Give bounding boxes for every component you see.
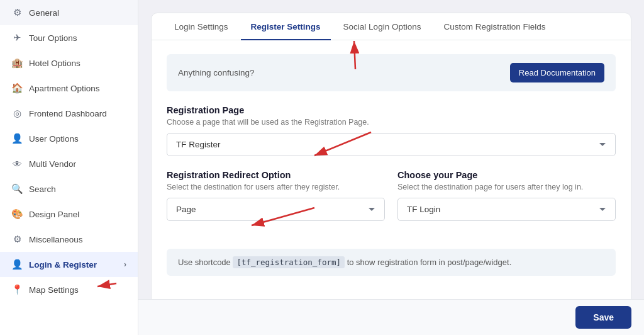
choose-page-title: Choose your Page — [397, 170, 616, 180]
shortcode-text-before: Use shortcode — [178, 258, 231, 267]
design-panel-icon: 🎨 — [11, 208, 23, 220]
tab-custom-fields[interactable]: Custom Registration Fields — [433, 13, 555, 40]
sidebar-label-user-options: User Options — [29, 134, 79, 144]
sidebar-label-miscellaneous: Miscellaneous — [29, 235, 83, 244]
sidebar-item-tour-options[interactable]: ✈ Tour Options — [0, 25, 138, 50]
registration-page-section: Registration Page Choose a page that wil… — [167, 105, 616, 156]
shortcode-banner: Use shortcode [tf_registration_form] to … — [167, 249, 616, 276]
content-body: Anything confusing? Read Documentation R… — [152, 40, 631, 290]
shortcode-code: [tf_registration_form] — [233, 256, 345, 268]
frontend-dashboard-icon: ◎ — [11, 108, 23, 119]
chevron-icon: › — [124, 260, 126, 269]
tab-social-login[interactable]: Social Login Options — [333, 13, 431, 40]
sidebar-label-hotel-options: Hotel Options — [29, 59, 80, 68]
user-options-icon: 👤 — [11, 133, 23, 144]
choose-page-select[interactable]: TF LoginLoginHomeDashboard — [397, 198, 616, 221]
sidebar-label-apartment-options: Apartment Options — [29, 84, 100, 93]
search-icon: 🔍 — [11, 183, 23, 195]
sidebar: ⚙ General ✈ Tour Options 🏨 Hotel Options… — [0, 0, 138, 335]
registration-page-desc: Choose a page that will be used as the R… — [167, 118, 616, 127]
sidebar-item-hotel-options[interactable]: 🏨 Hotel Options — [0, 50, 138, 76]
sidebar-item-login-register[interactable]: 👤 Login & Register › — [0, 252, 138, 277]
miscellaneous-icon: ⚙ — [11, 234, 23, 245]
multi-vendor-icon: 👁 — [11, 158, 23, 169]
sidebar-label-map-settings: Map Settings — [29, 285, 79, 295]
sidebar-label-multi-vendor: Multi Vendor — [29, 159, 76, 169]
sidebar-item-apartment-options[interactable]: 🏠 Apartment Options — [0, 76, 138, 101]
apartment-options-icon: 🏠 — [11, 82, 23, 94]
main-content: Login SettingsRegister SettingsSocial Lo… — [138, 0, 644, 335]
read-documentation-button[interactable]: Read Documentation — [510, 63, 604, 82]
login-register-icon: 👤 — [11, 259, 23, 270]
sidebar-item-frontend-dashboard[interactable]: ◎ Frontend Dashboard — [0, 101, 138, 126]
sidebar-item-miscellaneous[interactable]: ⚙ Miscellaneous — [0, 227, 138, 252]
map-settings-icon: 📍 — [11, 284, 23, 295]
sidebar-item-map-settings[interactable]: 📍 Map Settings — [0, 277, 138, 302]
tab-register-settings[interactable]: Register Settings — [241, 13, 331, 40]
sidebar-item-design-panel[interactable]: 🎨 Design Panel — [0, 202, 138, 227]
sidebar-label-design-panel: Design Panel — [29, 210, 79, 219]
hotel-options-icon: 🏨 — [11, 57, 23, 69]
registration-redirect-section: Registration Redirect Option Select the … — [167, 170, 385, 221]
sidebar-label-login-register: Login & Register — [29, 260, 97, 270]
choose-page-desc: Select the destination page for users af… — [397, 183, 616, 191]
registration-page-title: Registration Page — [167, 105, 616, 115]
general-icon: ⚙ — [11, 7, 23, 18]
redirect-row: Registration Redirect Option Select the … — [167, 170, 616, 235]
redirect-title: Registration Redirect Option — [167, 170, 385, 180]
tour-options-icon: ✈ — [11, 32, 23, 43]
settings-card: Login SettingsRegister SettingsSocial Lo… — [151, 13, 631, 322]
redirect-desc: Select the destination for users after t… — [167, 183, 385, 191]
save-button[interactable]: Save — [575, 306, 631, 329]
info-banner: Anything confusing? Read Documentation — [167, 54, 616, 91]
bottom-bar: Save — [138, 299, 644, 335]
redirect-select[interactable]: PageHomeDashboardCustom URL — [167, 198, 385, 221]
sidebar-label-search: Search — [29, 185, 56, 194]
sidebar-label-general: General — [29, 8, 59, 18]
tab-login-settings[interactable]: Login Settings — [164, 13, 238, 40]
sidebar-item-user-options[interactable]: 👤 User Options — [0, 126, 138, 151]
registration-page-select[interactable]: TF RegisterRegisterCustom Page — [167, 133, 616, 156]
sidebar-item-general[interactable]: ⚙ General — [0, 0, 138, 25]
sidebar-item-multi-vendor[interactable]: 👁 Multi Vendor — [0, 151, 138, 176]
shortcode-text-after: to show registration form in post/page/w… — [347, 258, 512, 267]
sidebar-item-search[interactable]: 🔍 Search — [0, 176, 138, 202]
sidebar-label-tour-options: Tour Options — [29, 33, 77, 43]
sidebar-label-frontend-dashboard: Frontend Dashboard — [29, 109, 107, 118]
choose-page-section: Choose your Page Select the destination … — [397, 170, 616, 221]
info-banner-text: Anything confusing? — [178, 68, 255, 77]
tabs-container: Login SettingsRegister SettingsSocial Lo… — [152, 13, 631, 40]
